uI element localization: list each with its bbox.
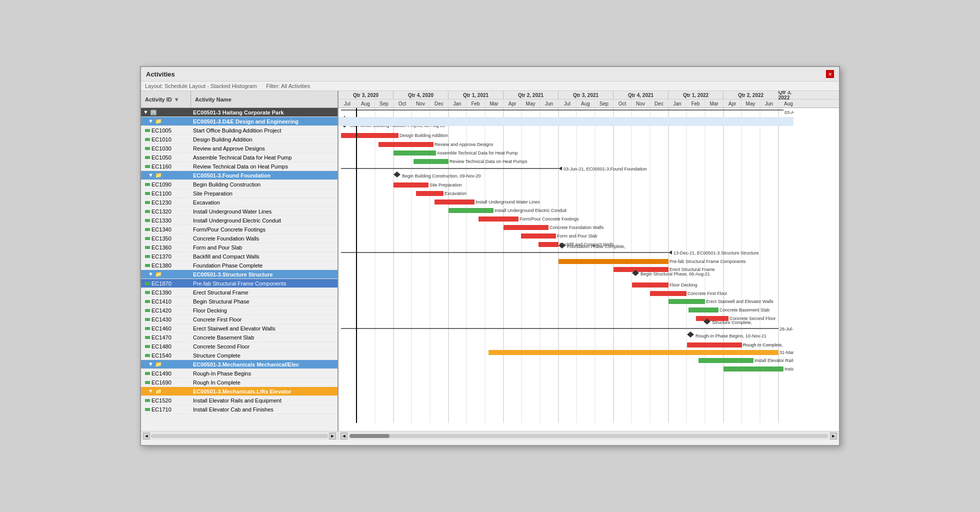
list-item[interactable]: ▼ 📁 EC00501-3.Mechanicals.Lifts Elevator	[141, 387, 338, 396]
list-item[interactable]: EC1390 Erect Structural Frame	[141, 288, 338, 297]
svg-rect-65	[558, 259, 668, 264]
list-item[interactable]: EC1370 Backfill and Compact Walls	[141, 252, 338, 261]
list-item[interactable]: EC1430 Concrete First Floor	[141, 315, 338, 324]
list-item[interactable]: EC1350 Concrete Foundation Walls	[141, 234, 338, 243]
list-item[interactable]: EC1330 Install Underground Electric Cond…	[141, 216, 338, 225]
list-item[interactable]: ▼ 📁 EC00501-3.Found Foundation	[141, 171, 338, 180]
scroll-left-button[interactable]: ◄	[143, 432, 150, 440]
svg-text:Concrete First Floor: Concrete First Floor	[688, 291, 728, 296]
svg-rect-90	[488, 350, 778, 355]
list-item[interactable]: EC1710 Install Elevator Cab and Finishes	[141, 405, 338, 414]
list-item[interactable]: EC1005 Start Office Building Addition Pr…	[141, 126, 338, 135]
horizontal-scrollbar-track[interactable]	[151, 434, 328, 438]
list-item[interactable]: ▼ 📁 EC00501-3.D&E Design and Engineering	[141, 117, 338, 126]
month-header: Sep	[595, 100, 614, 108]
gantt-scrollbar-track[interactable]	[350, 434, 828, 438]
svg-rect-52	[478, 216, 518, 222]
close-button[interactable]: ✕	[826, 70, 834, 78]
quarter-header: Qtr 4, 2020	[394, 91, 448, 99]
row-name: Assemble Technical Data for Heat Pump	[191, 154, 338, 160]
row-name: Rough In Complete	[191, 380, 338, 386]
row-id: EC1030	[141, 146, 191, 152]
row-name: Install Elevator Rails and Equipment	[191, 398, 338, 404]
svg-rect-48	[434, 200, 474, 204]
list-item[interactable]: EC1050 Assemble Technical Data for Heat …	[141, 153, 338, 162]
row-id: EC1330	[141, 218, 191, 224]
svg-text:03-Jun-21, EC00501-3.Found  Fo: 03-Jun-21, EC00501-3.Found Foundation	[564, 166, 647, 172]
row-id: EC1350	[141, 236, 191, 242]
svg-text:Assemble Technical Data for He: Assemble Technical Data for Heat Pump	[437, 150, 518, 156]
row-id: EC1005	[141, 128, 191, 134]
row-id: ▼ 🏢	[141, 109, 191, 116]
gantt-area: Qtr 3, 2020 Qtr 4, 2020 Qtr 1, 2021 Qtr …	[338, 91, 839, 431]
list-item[interactable]: EC1010 Design Building Addition	[141, 135, 338, 144]
gantt-header: Qtr 3, 2020 Qtr 4, 2020 Qtr 1, 2021 Qtr …	[338, 91, 839, 108]
row-name: Concrete First Floor	[191, 316, 338, 322]
gantt-body-inner: 03-Aug 16-Dec-20, EC00501-3.D&E Design a…	[338, 108, 794, 408]
list-item[interactable]: EC1410 Begin Structural Phase	[141, 297, 338, 306]
list-item[interactable]: EC1480 Concrete Second Floor	[141, 342, 338, 351]
scroll-right-button[interactable]: ►	[329, 432, 336, 440]
list-item[interactable]: EC1490 Rough-In Phase Begins	[141, 369, 338, 378]
list-item[interactable]: ▼ 📁 EC00501-3.Mechanicals Mechanical/Ele…	[141, 360, 338, 369]
bar-indicator-icon	[145, 336, 150, 339]
list-item[interactable]: EC1160 Review Technical Data on Heat Pum…	[141, 162, 338, 171]
row-id: EC1540	[141, 352, 191, 358]
list-item[interactable]: EC1690 Rough In Complete	[141, 378, 338, 387]
quarter-header: Qtr 2, 2022	[724, 91, 778, 99]
list-item[interactable]: EC1380 Foundation Phase Complete	[141, 261, 338, 270]
main-content: Activity ID ▼ Activity Name ▼ 🏢 EC00501-…	[141, 91, 839, 431]
list-item[interactable]: EC1420 Floor Decking	[141, 306, 338, 315]
svg-text:Rough-In Phase Begins, 10-Nov-: Rough-In Phase Begins, 10-Nov-21	[696, 334, 766, 338]
bar-indicator-icon	[145, 354, 150, 357]
row-id: EC1230	[141, 200, 191, 206]
filter-label: Filter: All Activities	[266, 83, 310, 89]
list-item[interactable]: EC1540 Structure Complete	[141, 351, 338, 360]
list-item[interactable]: EC1230 Excavation	[141, 198, 338, 207]
svg-rect-75	[668, 299, 705, 304]
svg-text:Review and Approve Designs: Review and Approve Designs	[434, 142, 494, 147]
right-scroll-area: ◄ ►	[338, 432, 839, 440]
month-header: Jun	[760, 100, 778, 108]
quarter-header: Qtr 3, 2020	[338, 91, 394, 99]
row-name: Rough-In Phase Begins	[191, 370, 338, 376]
svg-text:Install Underground Water Line: Install Underground Water Lines	[476, 200, 540, 204]
list-item[interactable]: EC1340 Form/Pour Concrete Footings	[141, 225, 338, 234]
column-header-name: Activity Name	[191, 96, 338, 102]
list-item[interactable]: EC1100 Site Preparation	[141, 189, 338, 198]
bar-indicator-icon	[145, 372, 150, 375]
list-item[interactable]: EC1360 Form and Pour Slab	[141, 243, 338, 252]
list-item[interactable]: EC1320 Install Underground Water Lines	[141, 207, 338, 216]
list-item[interactable]: EC1870 Pre-fab Structural Frame Componen…	[141, 279, 338, 288]
svg-rect-37	[414, 159, 448, 164]
row-id: EC1870	[141, 280, 191, 286]
month-header: Oct	[614, 100, 632, 108]
gantt-body[interactable]: 03-Aug 16-Dec-20, EC00501-3.D&E Design a…	[338, 108, 839, 431]
row-id: ▼ 📁	[141, 172, 191, 178]
window-title: Activities	[146, 70, 175, 78]
month-header: Feb	[466, 100, 485, 108]
list-item[interactable]: ▼ 📁 EC00501-3.Structure Structure	[141, 270, 338, 279]
sort-arrow-icon: ▼	[174, 96, 180, 102]
scroll-right-gantt-button[interactable]: ►	[830, 432, 837, 440]
expand-icon: ▼ 📁	[148, 118, 162, 124]
scroll-left-gantt-button[interactable]: ◄	[340, 432, 348, 440]
month-header: Sep	[375, 100, 394, 108]
list-item[interactable]: EC1520 Install Elevator Rails and Equipm…	[141, 396, 338, 405]
svg-marker-63	[668, 250, 672, 254]
list-body[interactable]: ▼ 🏢 EC00501-3 Haitang Corporate Park ▼ 📁…	[141, 108, 338, 431]
svg-rect-77	[688, 308, 718, 312]
quarter-header: Qtr 2, 2021	[504, 91, 558, 99]
row-name: Design Building Addition	[191, 136, 338, 142]
month-header: Mar	[705, 100, 724, 108]
row-name: EC00501-3.Mechanicals Mechanical/Elec	[191, 362, 338, 368]
list-item[interactable]: EC1460 Erect Stairwell and Elevator Wall…	[141, 324, 338, 333]
month-header: Jul	[558, 100, 576, 108]
svg-text:Form/Pour Concrete Footings: Form/Pour Concrete Footings	[520, 216, 579, 222]
list-item[interactable]: EC1470 Concrete Basement Slab	[141, 333, 338, 342]
month-header: Aug	[576, 100, 595, 108]
list-item[interactable]: EC1090 Begin Building Construction	[141, 180, 338, 189]
list-item[interactable]: ▼ 🏢 EC00501-3 Haitang Corporate Park	[141, 108, 338, 117]
month-header: Jun	[540, 100, 558, 108]
list-item[interactable]: EC1030 Review and Approve Designs	[141, 144, 338, 153]
